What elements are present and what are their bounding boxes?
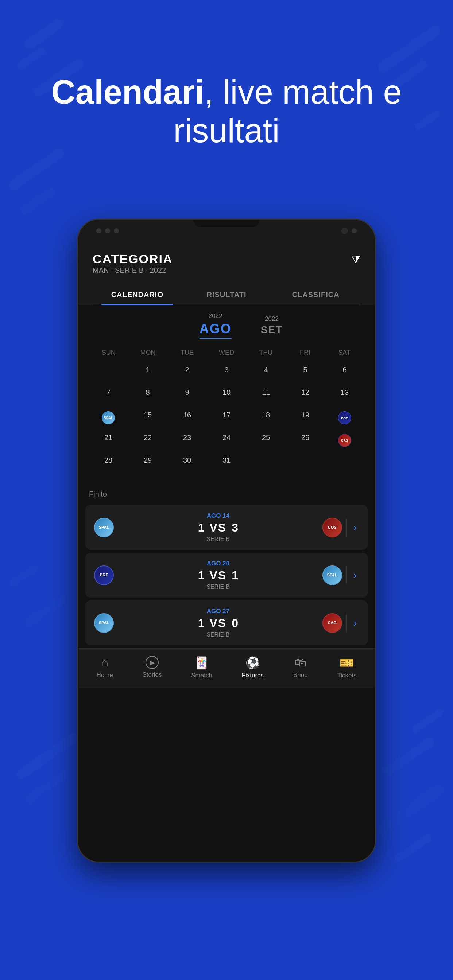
score2: 3	[231, 521, 238, 535]
calendar-day[interactable]: 27CAG	[325, 431, 364, 453]
calendar-day	[286, 453, 325, 476]
card-divider	[346, 614, 347, 632]
match-detail-arrow[interactable]: ›	[351, 617, 359, 629]
calendar-day[interactable]: 2	[168, 363, 206, 385]
day-header-row: SUN MON TUE WED THU FRI SAT	[89, 346, 364, 360]
team2-logo: CAG	[322, 613, 342, 633]
finito-label: Finito	[78, 483, 375, 502]
calendar-day[interactable]: 3	[207, 363, 246, 385]
team2-logo: COS	[322, 518, 342, 538]
team-badge-spal: SPAL	[102, 411, 115, 425]
nav-fixtures[interactable]: ⚽ Fixtures	[242, 656, 264, 679]
phone-dot	[352, 228, 357, 233]
nav-shop[interactable]: 🛍 Shop	[293, 656, 308, 679]
filter-icon[interactable]: ⧩	[351, 253, 360, 266]
score1: 1	[198, 521, 205, 535]
calendar-day[interactable]: 9	[168, 386, 206, 407]
ticket-icon: 🎫	[340, 656, 354, 670]
match-date: AGO 20	[118, 560, 318, 567]
match-card[interactable]: SPAL AGO 14 1 VS 3 SERIE B COS ›	[85, 505, 368, 550]
calendar-day[interactable]: 11	[247, 386, 285, 407]
team1-logo: BRE	[94, 565, 114, 585]
calendar-day[interactable]: 13	[325, 386, 364, 407]
match-card[interactable]: BRE AGO 20 1 VS 1 SERIE B SPAL ›	[85, 553, 368, 598]
next-month[interactable]: 2022 SET	[261, 315, 283, 336]
cards-icon: 🃏	[195, 656, 209, 670]
calendar-day[interactable]: 23	[168, 431, 206, 453]
phone-notch	[194, 220, 259, 227]
match-detail-arrow[interactable]: ›	[351, 570, 359, 581]
app-header: CATEGORIA MAN · SERIE B · 2022 ⧩ CALENDA…	[78, 242, 375, 305]
calendar-day[interactable]: 22	[128, 431, 167, 453]
day-sun: SUN	[89, 346, 128, 360]
hero-section: Calendari, live match e risultati	[0, 73, 453, 150]
hero-heading: Calendari, live match e risultati	[29, 73, 424, 150]
match-card[interactable]: SPAL AGO 27 1 VS 0 SERIE B CAG ›	[85, 600, 368, 645]
calendar-day[interactable]: 26	[286, 431, 325, 453]
score-display: 1 VS 1	[118, 569, 318, 582]
tab-classifica[interactable]: CLASSIFICA	[271, 285, 360, 305]
day-tue: TUE	[167, 346, 207, 360]
calendar-day[interactable]: 18	[247, 408, 285, 430]
team-badge-brescia: BRE	[338, 411, 351, 425]
phone-dot	[105, 228, 110, 233]
month-navigation: 2022 AGO 2022 SET	[89, 312, 364, 339]
match-detail-arrow[interactable]: ›	[351, 522, 359, 533]
calendar-day[interactable]: 28	[89, 453, 128, 476]
score1: 1	[198, 569, 205, 582]
calendar-day[interactable]: 10	[207, 386, 246, 407]
calendar-day[interactable]: 21	[89, 431, 128, 453]
vs-label: VS	[209, 569, 226, 582]
team2-logo: SPAL	[322, 565, 342, 585]
calendar-day[interactable]: 30	[168, 453, 206, 476]
team-badge-cagliari: CAG	[338, 434, 351, 447]
calendar-day[interactable]: 15	[128, 408, 167, 430]
day-thu: THU	[246, 346, 286, 360]
day-sat: SAT	[325, 346, 364, 360]
calendar-day[interactable]: 4	[247, 363, 285, 385]
team1-logo: SPAL	[94, 518, 114, 538]
bottom-navigation: ⌂ Home ▶ Stories 🃏 Scratch ⚽ Fixtures	[78, 648, 375, 688]
calendar-day[interactable]: 14SPAL	[89, 408, 128, 430]
ball-icon: ⚽	[246, 656, 260, 670]
nav-scratch-label: Scratch	[191, 672, 212, 679]
calendar-day[interactable]: 1	[128, 363, 167, 385]
phone-dot	[96, 228, 101, 233]
calendar-day[interactable]: 5	[286, 363, 325, 385]
calendar-day[interactable]: 29	[128, 453, 167, 476]
calendar-day[interactable]: 6	[325, 363, 364, 385]
nav-home[interactable]: ⌂ Home	[96, 656, 113, 679]
calendar-day	[89, 363, 128, 385]
calendar-day[interactable]: 16	[168, 408, 206, 430]
calendar-day[interactable]: 20BRE	[325, 408, 364, 430]
score-section: AGO 27 1 VS 0 SERIE B	[118, 608, 318, 638]
tab-bar: CALENDARIO RISULTATI CLASSIFICA	[93, 285, 360, 305]
calendar-day[interactable]: 25	[247, 431, 285, 453]
page-title: CATEGORIA	[93, 252, 172, 266]
calendar-day[interactable]: 8	[128, 386, 167, 407]
calendar-day[interactable]: 17	[207, 408, 246, 430]
nav-scratch[interactable]: 🃏 Scratch	[191, 656, 212, 679]
phone-mockup: CATEGORIA MAN · SERIE B · 2022 ⧩ CALENDA…	[77, 219, 376, 862]
play-icon: ▶	[145, 656, 159, 669]
score2: 1	[231, 569, 238, 582]
calendar-day[interactable]: 7	[89, 386, 128, 407]
league-label: SERIE B	[118, 632, 318, 638]
day-mon: MON	[128, 346, 168, 360]
score2: 0	[231, 617, 238, 630]
calendar-day[interactable]: 24	[207, 431, 246, 453]
calendar-day[interactable]: 12	[286, 386, 325, 407]
calendar-day[interactable]: 19	[286, 408, 325, 430]
tab-risultati[interactable]: RISULTATI	[182, 285, 271, 305]
score-section: AGO 14 1 VS 3 SERIE B	[118, 512, 318, 542]
next-month-name: SET	[261, 324, 283, 336]
curr-month[interactable]: 2022 AGO	[199, 312, 231, 339]
nav-stories[interactable]: ▶ Stories	[143, 656, 162, 679]
curr-month-year: 2022	[199, 312, 231, 320]
day-fri: FRI	[286, 346, 325, 360]
nav-tickets[interactable]: 🎫 Tickets	[337, 656, 356, 679]
match-date: AGO 27	[118, 608, 318, 615]
calendar-day[interactable]: 31	[207, 453, 246, 476]
tab-calendario[interactable]: CALENDARIO	[93, 285, 182, 305]
match-date: AGO 14	[118, 512, 318, 520]
